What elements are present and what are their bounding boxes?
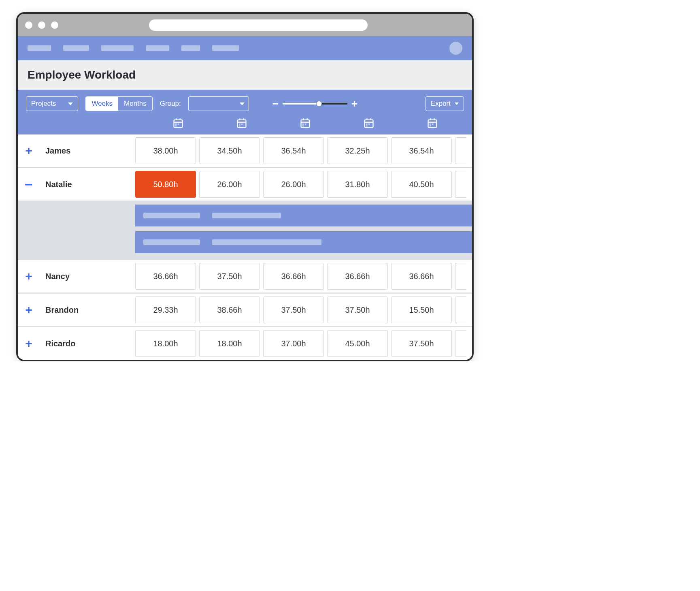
- nav-item[interactable]: [212, 45, 239, 51]
- address-bar[interactable]: [149, 19, 368, 31]
- calendar-icon[interactable]: [363, 117, 374, 129]
- user-avatar[interactable]: [449, 42, 462, 55]
- nav-item[interactable]: [101, 45, 134, 51]
- calendar-icon[interactable]: [427, 117, 438, 129]
- employee-tasks-expanded: [18, 201, 472, 259]
- employee-name: Nancy: [45, 272, 70, 281]
- browser-chrome: [18, 14, 472, 36]
- calendar-icon[interactable]: [172, 117, 184, 129]
- toolbar: Projects Weeks Months Group: −: [18, 90, 472, 134]
- nav-item[interactable]: [28, 45, 51, 51]
- expand-icon[interactable]: +: [23, 145, 34, 156]
- calendar-icon[interactable]: [236, 117, 247, 129]
- filter-dropdown[interactable]: Projects: [26, 96, 78, 111]
- hours-cell[interactable]: 18.00h: [135, 330, 196, 357]
- svg-rect-20: [302, 126, 304, 126]
- hours-cell-partial: [455, 297, 466, 323]
- hours-cell[interactable]: 29.33h: [135, 297, 196, 323]
- hours-cell[interactable]: 36.66h: [327, 263, 388, 290]
- hours-cell[interactable]: 36.54h: [263, 137, 324, 164]
- hours-cell[interactable]: 37.00h: [263, 330, 324, 357]
- nav-item[interactable]: [146, 45, 169, 51]
- employee-row: − Natalie 50.80h 26.00h 26.00h 31.80h 40…: [18, 167, 472, 201]
- svg-rect-6: [175, 126, 177, 126]
- svg-rect-13: [239, 126, 240, 126]
- date-column-headers: [26, 117, 464, 134]
- export-button[interactable]: Export: [426, 96, 464, 111]
- employee-name: Brandon: [45, 305, 79, 315]
- window-controls: [25, 21, 58, 29]
- page-title-bar: Employee Workload: [18, 60, 472, 90]
- zoom-out-button[interactable]: −: [272, 98, 279, 109]
- nav-item[interactable]: [181, 45, 200, 51]
- expand-icon[interactable]: +: [23, 305, 34, 315]
- months-toggle[interactable]: Months: [118, 97, 152, 111]
- browser-window: Employee Workload Projects Weeks Months …: [16, 12, 474, 361]
- weeks-label: Weeks: [91, 100, 113, 108]
- svg-rect-33: [432, 124, 433, 124]
- svg-rect-19: [305, 124, 306, 124]
- task-bar[interactable]: [135, 205, 474, 226]
- zoom-in-button[interactable]: +: [351, 98, 357, 109]
- hours-cell[interactable]: 45.00h: [327, 330, 388, 357]
- close-window-icon[interactable]: [25, 21, 32, 29]
- hours-cell[interactable]: 15.50h: [391, 297, 452, 323]
- hours-cell[interactable]: 34.50h: [199, 137, 260, 164]
- hours-cell[interactable]: 36.54h: [391, 137, 452, 164]
- timescale-toggle: Weeks Months: [85, 96, 152, 111]
- zoom-slider-fill: [283, 103, 320, 105]
- hours-cell-partial: [455, 137, 466, 164]
- minimize-window-icon[interactable]: [38, 21, 45, 29]
- expand-icon[interactable]: +: [23, 338, 34, 349]
- task-bar[interactable]: [135, 231, 474, 253]
- hours-cell[interactable]: 18.00h: [199, 330, 260, 357]
- group-dropdown[interactable]: [188, 96, 249, 111]
- employee-row: + James 38.00h 34.50h 36.54h 32.25h 36.5…: [18, 134, 472, 167]
- hours-cell-partial: [455, 330, 466, 357]
- nav-item[interactable]: [63, 45, 89, 51]
- hours-cell[interactable]: 32.25h: [327, 137, 388, 164]
- hours-cell[interactable]: 37.50h: [199, 263, 260, 290]
- svg-rect-5: [178, 124, 179, 124]
- collapse-icon[interactable]: −: [23, 179, 34, 190]
- svg-rect-32: [430, 124, 431, 124]
- hours-cell[interactable]: 37.50h: [263, 297, 324, 323]
- svg-rect-12: [241, 124, 243, 124]
- hours-cell[interactable]: 36.66h: [263, 263, 324, 290]
- hours-cell[interactable]: 38.66h: [199, 297, 260, 323]
- calendar-icon[interactable]: [300, 117, 311, 129]
- employee-row: + Ricardo 18.00h 18.00h 37.00h 45.00h 37…: [18, 326, 472, 360]
- hours-cell[interactable]: 38.00h: [135, 137, 196, 164]
- zoom-control: − +: [272, 98, 357, 109]
- hours-cell[interactable]: 26.00h: [199, 171, 260, 198]
- hours-cell[interactable]: 37.50h: [391, 330, 452, 357]
- hours-cell[interactable]: 31.80h: [327, 171, 388, 198]
- svg-rect-26: [368, 124, 370, 124]
- zoom-slider-thumb[interactable]: [316, 101, 322, 107]
- expand-icon[interactable]: +: [23, 271, 34, 282]
- task-segment: [212, 213, 281, 218]
- chevron-down-icon: [240, 102, 245, 105]
- hours-cell[interactable]: 36.66h: [391, 263, 452, 290]
- maximize-window-icon[interactable]: [51, 21, 58, 29]
- hours-cell-overload[interactable]: 50.80h: [135, 171, 196, 198]
- task-segment: [212, 239, 321, 245]
- employee-row: + Brandon 29.33h 38.66h 37.50h 37.50h 15…: [18, 292, 472, 326]
- weeks-toggle[interactable]: Weeks: [86, 97, 118, 111]
- hours-cell[interactable]: 37.50h: [327, 297, 388, 323]
- svg-rect-18: [302, 124, 304, 124]
- page-title: Employee Workload: [28, 68, 462, 81]
- months-label: Months: [124, 100, 147, 108]
- employee-name: James: [45, 146, 70, 156]
- svg-rect-4: [175, 124, 177, 124]
- hours-cell[interactable]: 40.50h: [391, 171, 452, 198]
- employee-name: Natalie: [45, 180, 72, 189]
- chevron-down-icon: [455, 102, 459, 105]
- hours-cell[interactable]: 26.00h: [263, 171, 324, 198]
- svg-rect-34: [430, 126, 431, 126]
- group-label: Group:: [160, 100, 181, 108]
- zoom-slider[interactable]: [283, 103, 347, 105]
- hours-cell[interactable]: 36.66h: [135, 263, 196, 290]
- employee-name: Ricardo: [45, 339, 75, 348]
- task-segment: [143, 239, 200, 245]
